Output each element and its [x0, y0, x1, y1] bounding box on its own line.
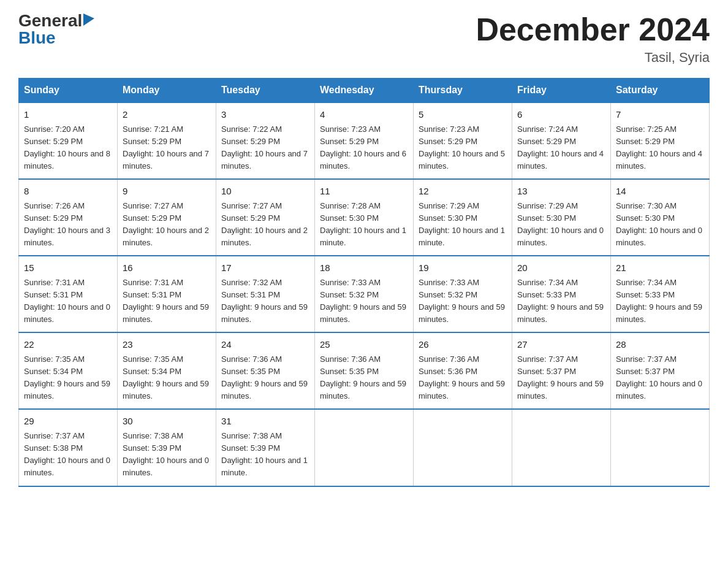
week-row-1: 1Sunrise: 7:20 AMSunset: 5:29 PMDaylight…	[19, 102, 710, 179]
week-row-3: 15Sunrise: 7:31 AMSunset: 5:31 PMDayligh…	[19, 256, 710, 332]
day-info: Sunrise: 7:33 AMSunset: 5:32 PMDaylight:…	[320, 277, 408, 326]
header-friday: Friday	[512, 79, 611, 103]
day-number: 10	[221, 185, 309, 199]
calendar-cell: 30Sunrise: 7:38 AMSunset: 5:39 PMDayligh…	[118, 409, 216, 486]
calendar-cell: 29Sunrise: 7:37 AMSunset: 5:38 PMDayligh…	[19, 409, 118, 486]
day-info: Sunrise: 7:24 AMSunset: 5:29 PMDaylight:…	[517, 123, 605, 173]
day-info: Sunrise: 7:31 AMSunset: 5:31 PMDaylight:…	[24, 277, 112, 326]
day-info: Sunrise: 7:34 AMSunset: 5:33 PMDaylight:…	[616, 277, 704, 326]
calendar-header: SundayMondayTuesdayWednesdayThursdayFrid…	[19, 79, 710, 103]
logo-blue-text: Blue	[18, 29, 56, 47]
calendar-cell	[315, 409, 414, 486]
calendar-cell	[512, 409, 611, 486]
day-number: 7	[616, 108, 704, 122]
day-number: 9	[123, 185, 211, 199]
day-info: Sunrise: 7:36 AMSunset: 5:36 PMDaylight:…	[419, 353, 507, 403]
week-row-4: 22Sunrise: 7:35 AMSunset: 5:34 PMDayligh…	[19, 332, 710, 409]
day-info: Sunrise: 7:23 AMSunset: 5:29 PMDaylight:…	[419, 123, 507, 173]
day-info: Sunrise: 7:22 AMSunset: 5:29 PMDaylight:…	[221, 123, 309, 173]
calendar-title: December 2024	[476, 12, 710, 47]
day-number: 19	[419, 261, 507, 275]
day-number: 16	[123, 261, 211, 275]
calendar-cell: 25Sunrise: 7:36 AMSunset: 5:35 PMDayligh…	[315, 332, 414, 409]
day-number: 21	[616, 261, 704, 275]
calendar-cell: 17Sunrise: 7:32 AMSunset: 5:31 PMDayligh…	[216, 256, 315, 332]
calendar-cell: 22Sunrise: 7:35 AMSunset: 5:34 PMDayligh…	[19, 332, 118, 409]
calendar-cell: 24Sunrise: 7:36 AMSunset: 5:35 PMDayligh…	[216, 332, 315, 409]
day-number: 22	[24, 338, 112, 352]
calendar-cell: 21Sunrise: 7:34 AMSunset: 5:33 PMDayligh…	[611, 256, 710, 332]
calendar-cell: 31Sunrise: 7:38 AMSunset: 5:39 PMDayligh…	[216, 409, 315, 486]
calendar-cell: 8Sunrise: 7:26 AMSunset: 5:29 PMDaylight…	[19, 179, 118, 256]
svg-marker-0	[83, 13, 94, 26]
day-info: Sunrise: 7:26 AMSunset: 5:29 PMDaylight:…	[24, 200, 112, 250]
day-info: Sunrise: 7:38 AMSunset: 5:39 PMDaylight:…	[221, 430, 309, 480]
day-info: Sunrise: 7:27 AMSunset: 5:29 PMDaylight:…	[221, 200, 309, 250]
calendar-cell: 5Sunrise: 7:23 AMSunset: 5:29 PMDaylight…	[414, 102, 512, 179]
calendar-body: 1Sunrise: 7:20 AMSunset: 5:29 PMDaylight…	[19, 102, 710, 486]
day-info: Sunrise: 7:25 AMSunset: 5:29 PMDaylight:…	[616, 123, 704, 173]
day-number: 13	[517, 185, 605, 199]
day-number: 5	[419, 108, 507, 122]
calendar-cell	[611, 409, 710, 486]
logo-triangle-icon	[83, 13, 94, 26]
day-info: Sunrise: 7:29 AMSunset: 5:30 PMDaylight:…	[419, 200, 507, 250]
calendar-cell: 13Sunrise: 7:29 AMSunset: 5:30 PMDayligh…	[512, 179, 611, 256]
day-info: Sunrise: 7:28 AMSunset: 5:30 PMDaylight:…	[320, 200, 408, 250]
day-info: Sunrise: 7:20 AMSunset: 5:29 PMDaylight:…	[24, 123, 112, 173]
calendar-cell: 27Sunrise: 7:37 AMSunset: 5:37 PMDayligh…	[512, 332, 611, 409]
logo: General Blue	[18, 12, 94, 47]
day-info: Sunrise: 7:37 AMSunset: 5:37 PMDaylight:…	[616, 353, 704, 403]
calendar-cell: 7Sunrise: 7:25 AMSunset: 5:29 PMDaylight…	[611, 102, 710, 179]
header-thursday: Thursday	[414, 79, 512, 103]
calendar-cell: 10Sunrise: 7:27 AMSunset: 5:29 PMDayligh…	[216, 179, 315, 256]
calendar-cell: 26Sunrise: 7:36 AMSunset: 5:36 PMDayligh…	[414, 332, 512, 409]
calendar-cell: 2Sunrise: 7:21 AMSunset: 5:29 PMDaylight…	[118, 102, 216, 179]
header-sunday: Sunday	[19, 79, 118, 103]
calendar-cell: 9Sunrise: 7:27 AMSunset: 5:29 PMDaylight…	[118, 179, 216, 256]
header-row: SundayMondayTuesdayWednesdayThursdayFrid…	[19, 79, 710, 103]
calendar-cell: 12Sunrise: 7:29 AMSunset: 5:30 PMDayligh…	[414, 179, 512, 256]
day-number: 26	[419, 338, 507, 352]
day-info: Sunrise: 7:27 AMSunset: 5:29 PMDaylight:…	[123, 200, 211, 250]
calendar-cell: 23Sunrise: 7:35 AMSunset: 5:34 PMDayligh…	[118, 332, 216, 409]
day-number: 20	[517, 261, 605, 275]
day-number: 2	[123, 108, 211, 122]
calendar-cell: 15Sunrise: 7:31 AMSunset: 5:31 PMDayligh…	[19, 256, 118, 332]
day-number: 23	[123, 338, 211, 352]
day-number: 29	[24, 415, 112, 429]
week-row-2: 8Sunrise: 7:26 AMSunset: 5:29 PMDaylight…	[19, 179, 710, 256]
calendar-cell: 28Sunrise: 7:37 AMSunset: 5:37 PMDayligh…	[611, 332, 710, 409]
week-row-5: 29Sunrise: 7:37 AMSunset: 5:38 PMDayligh…	[19, 409, 710, 486]
day-info: Sunrise: 7:35 AMSunset: 5:34 PMDaylight:…	[123, 353, 211, 403]
calendar-subtitle: Tasil, Syria	[476, 50, 710, 66]
calendar-cell: 3Sunrise: 7:22 AMSunset: 5:29 PMDaylight…	[216, 102, 315, 179]
day-number: 6	[517, 108, 605, 122]
calendar-cell: 14Sunrise: 7:30 AMSunset: 5:30 PMDayligh…	[611, 179, 710, 256]
header-wednesday: Wednesday	[315, 79, 414, 103]
calendar-cell: 1Sunrise: 7:20 AMSunset: 5:29 PMDaylight…	[19, 102, 118, 179]
day-number: 18	[320, 261, 408, 275]
day-info: Sunrise: 7:36 AMSunset: 5:35 PMDaylight:…	[320, 353, 408, 403]
calendar-table: SundayMondayTuesdayWednesdayThursdayFrid…	[18, 78, 710, 486]
logo-general-text: General	[18, 12, 82, 29]
day-number: 17	[221, 261, 309, 275]
day-number: 11	[320, 185, 408, 199]
day-info: Sunrise: 7:37 AMSunset: 5:37 PMDaylight:…	[517, 353, 605, 403]
day-number: 28	[616, 338, 704, 352]
day-number: 24	[221, 338, 309, 352]
day-info: Sunrise: 7:35 AMSunset: 5:34 PMDaylight:…	[24, 353, 112, 403]
day-info: Sunrise: 7:32 AMSunset: 5:31 PMDaylight:…	[221, 277, 309, 326]
calendar-cell: 6Sunrise: 7:24 AMSunset: 5:29 PMDaylight…	[512, 102, 611, 179]
day-info: Sunrise: 7:30 AMSunset: 5:30 PMDaylight:…	[616, 200, 704, 250]
day-info: Sunrise: 7:37 AMSunset: 5:38 PMDaylight:…	[24, 430, 112, 480]
calendar-cell: 11Sunrise: 7:28 AMSunset: 5:30 PMDayligh…	[315, 179, 414, 256]
page-header: General Blue December 2024 Tasil, Syria	[18, 12, 710, 66]
day-number: 12	[419, 185, 507, 199]
header-monday: Monday	[118, 79, 216, 103]
day-info: Sunrise: 7:36 AMSunset: 5:35 PMDaylight:…	[221, 353, 309, 403]
day-number: 27	[517, 338, 605, 352]
header-tuesday: Tuesday	[216, 79, 315, 103]
calendar-cell: 19Sunrise: 7:33 AMSunset: 5:32 PMDayligh…	[414, 256, 512, 332]
day-info: Sunrise: 7:29 AMSunset: 5:30 PMDaylight:…	[517, 200, 605, 250]
